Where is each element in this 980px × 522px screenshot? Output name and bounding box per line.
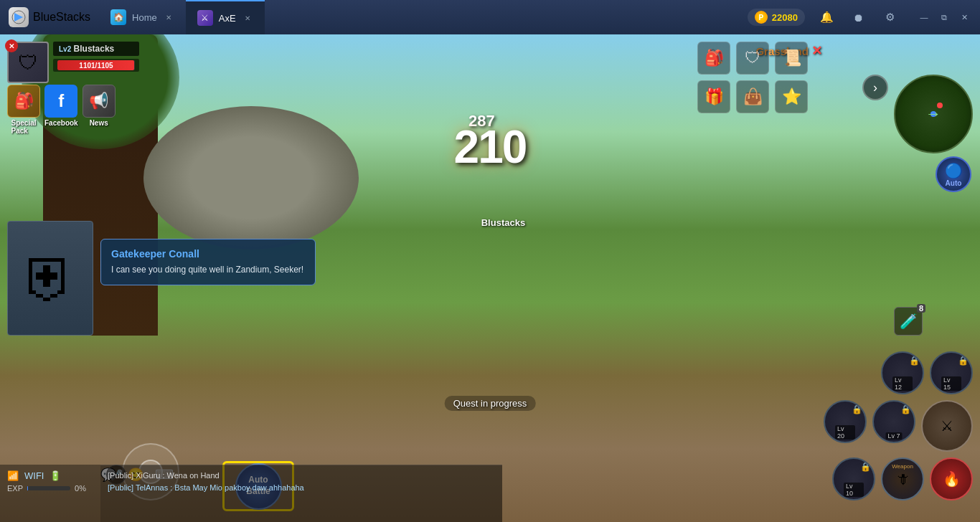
skill-row-bottom: 🔒 Lv 10 Weapon 🗡 🔥: [824, 457, 973, 500]
region-close-icon[interactable]: ✕: [811, 44, 822, 58]
exp-bar-track: [27, 486, 70, 490]
lock-icon: 🔒: [958, 356, 969, 366]
potion-area: 🧪 8: [894, 307, 923, 336]
wifi-label: WIFI: [24, 470, 44, 481]
bluestacks-logo: BlueStacks: [0, 7, 99, 27]
skill-lv15-label: Lv 15: [941, 376, 961, 391]
npc-portrait-icon: ⛨: [22, 245, 79, 311]
close-button[interactable]: ✕: [957, 10, 971, 24]
auto-badge: 🔵 Auto: [936, 156, 971, 192]
skill-lv12-button[interactable]: 🔒 Lv 12: [881, 351, 924, 394]
axe-tab-icon: ⚔: [197, 10, 213, 26]
lock-icon: 🔒: [860, 462, 871, 472]
coins-amount: 22080: [772, 12, 798, 23]
minimize-button[interactable]: —: [917, 10, 931, 24]
skill-lv12-label: Lv 12: [892, 376, 913, 391]
tab-home[interactable]: 🏠 Home ✕: [99, 0, 186, 34]
app-name-label: BlueStacks: [33, 11, 90, 24]
minimap-direction-arrow: →: [925, 105, 941, 123]
skill-lv20-button[interactable]: 🔒 Lv 20: [824, 400, 867, 443]
window-controls: — ⧉ ✕: [911, 10, 971, 24]
hp-text: 1101/1105: [57, 60, 135, 70]
special-skill-button[interactable]: 🔥: [930, 457, 973, 500]
minimap-nav-button[interactable]: ›: [862, 75, 888, 100]
potion-count: 8: [917, 304, 925, 313]
chat-area: [Public] XiGuru : Wena on Hand [Public] …: [100, 465, 502, 522]
bag-icon-button[interactable]: 🎒: [697, 42, 730, 75]
shield-icon-button[interactable]: 🛡: [736, 42, 769, 75]
notifications-button[interactable]: 🔔: [816, 7, 837, 27]
special-pack-label: SpecialPack: [11, 119, 36, 135]
svg-marker-1: [14, 13, 23, 22]
titlebar: BlueStacks 🏠 Home ✕ ⚔ AxE ✕ P 22080 🔔 ⏺ …: [0, 0, 980, 34]
facebook-button[interactable]: f Facebook: [44, 85, 78, 135]
special-pack-button[interactable]: 🎒 SpecialPack: [7, 85, 40, 135]
player-info-panel: Lv2 Blustacks 1101/1105: [53, 42, 139, 72]
damage-number: 210: [454, 120, 527, 174]
main-skill-button[interactable]: ⚔: [921, 400, 973, 452]
tab-home-close[interactable]: ✕: [163, 11, 174, 23]
exp-label: EXP: [7, 484, 23, 493]
restore-button[interactable]: ⧉: [937, 10, 951, 24]
hp-bar-container: 1101/1105: [53, 59, 139, 72]
lock-icon: 🔒: [900, 404, 911, 414]
player-name: Blustacks: [74, 44, 115, 54]
tab-axe-close[interactable]: ✕: [242, 12, 253, 24]
rocks-decoration: [143, 106, 359, 250]
skill-row-middle: 🔒 Lv 20 🔒 Lv 7 ⚔: [824, 400, 973, 452]
record-button[interactable]: ⏺: [848, 7, 868, 27]
chat-line-1: [Public] XiGuru : Wena on Hand: [108, 470, 495, 482]
player-level: Lv2: [59, 45, 71, 53]
avatar-portrait: 🛡: [18, 51, 38, 75]
player-ui: 🛡 ✕ Lv2 Blustacks 1101/1105: [7, 42, 139, 83]
special-skill-icon: 🔥: [943, 470, 961, 488]
skill-lv15-button[interactable]: 🔒 Lv 15: [930, 351, 973, 394]
weapon-skill-button[interactable]: Weapon 🗡: [881, 457, 924, 500]
tab-axe[interactable]: ⚔ AxE ✕: [186, 0, 265, 34]
facebook-label: Facebook: [44, 119, 78, 127]
news-icon: 📢: [83, 85, 116, 118]
skill-lv7-button[interactable]: 🔒 Lv 7: [872, 400, 915, 443]
dialog-text: I can see you doing quite well in Zandiu…: [111, 264, 305, 276]
coin-icon: P: [755, 11, 768, 24]
scroll-icon-button[interactable]: 📜: [775, 42, 808, 75]
player-avatar: 🛡 ✕: [7, 42, 49, 83]
quick-menu: 🎒 SpecialPack f Facebook 📢 News: [7, 85, 116, 135]
facebook-icon: f: [44, 85, 77, 118]
skill-lv20-label: Lv 20: [835, 425, 855, 440]
lock-icon: 🔒: [909, 356, 920, 366]
weapon-skill-icon: 🗡: [895, 471, 910, 488]
tab-home-label: Home: [132, 12, 157, 23]
star-icon-button[interactable]: ⭐: [775, 80, 808, 113]
avatar-status-icon: ✕: [5, 39, 18, 52]
pouch-icon-button[interactable]: 👜: [736, 80, 769, 113]
settings-button[interactable]: ⚙: [880, 7, 900, 27]
lock-icon: 🔒: [852, 404, 862, 414]
special-pack-icon: 🎒: [7, 85, 40, 118]
npc-portrait: ⛨: [7, 221, 93, 336]
home-tab-icon: 🏠: [110, 9, 126, 25]
gift-icon-button[interactable]: 🎁: [697, 80, 730, 113]
skill-lv10-label: Lv 10: [844, 483, 864, 497]
auto-badge-label: Auto: [946, 179, 962, 187]
dialog-box: Gatekeeper Conall I can see you doing qu…: [100, 239, 316, 285]
skill-lv7-label: Lv 7: [885, 432, 902, 440]
wifi-icon: 📶: [7, 470, 19, 481]
status-icons: 📶 WIFI 🔋: [7, 470, 61, 481]
news-label: News: [90, 119, 108, 127]
potion-button-wrapper[interactable]: 🧪 8: [894, 307, 923, 336]
bottom-left-status: 📶 WIFI 🔋 EXP 0%: [0, 465, 100, 522]
tab-axe-label: AxE: [219, 13, 236, 24]
dialog-npc-name: Gatekeeper Conall: [111, 248, 305, 260]
titlebar-right: P 22080 🔔 ⏺ ⚙ — ⧉ ✕: [739, 7, 980, 27]
exp-percent: 0%: [75, 484, 86, 493]
quest-status: Quest in progress: [445, 396, 536, 411]
coins-badge: P 22080: [748, 9, 805, 26]
exp-bar-fill: [27, 486, 28, 490]
skill-lv10-button[interactable]: 🔒 Lv 10: [832, 457, 875, 500]
battery-icon: 🔋: [50, 470, 61, 481]
game-container: 🛡 ✕ Lv2 Blustacks 1101/1105 🎒 SpecialPac…: [0, 34, 980, 522]
news-button[interactable]: 📢 News: [83, 85, 116, 135]
minimap[interactable]: →: [894, 75, 973, 153]
weapon-skill-label: Weapon: [892, 463, 913, 470]
